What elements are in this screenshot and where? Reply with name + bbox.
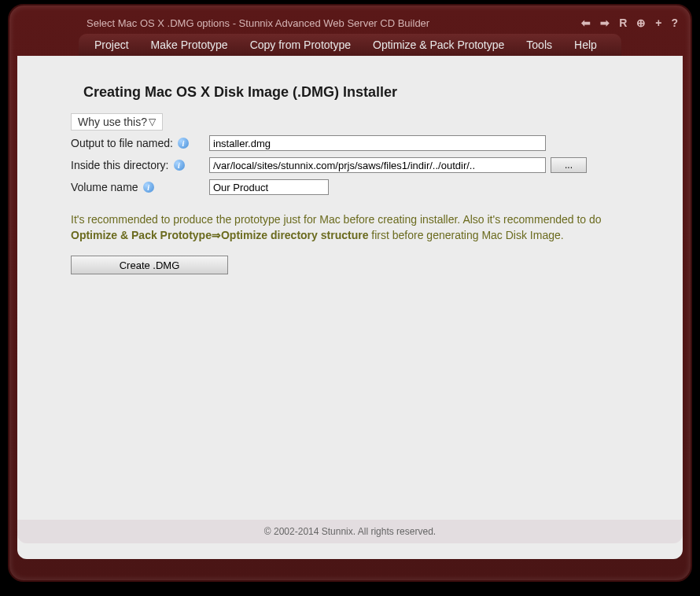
title-bar: Select Mac OS X .DMG options - Stunnix A… — [16, 12, 684, 34]
menu-make-prototype[interactable]: Make Prototype — [151, 39, 228, 51]
create-dmg-button[interactable]: Create .DMG — [71, 256, 228, 274]
window-title: Select Mac OS X .DMG options - Stunnix A… — [87, 17, 581, 29]
chevron-down-icon: ▽ — [149, 116, 156, 127]
rec-text-1: It's recommended to produce the prototyp… — [71, 213, 602, 226]
directory-input[interactable] — [209, 157, 546, 173]
menu-project[interactable]: Project — [94, 39, 129, 51]
arrow-right-icon: ⇒ — [212, 229, 221, 241]
footer-copyright: © 2002-2014 Stunnix. All rights reserved… — [17, 520, 683, 543]
why-use-label: Why use this? — [78, 116, 147, 128]
why-use-toggle[interactable]: Why use this? ▽ — [71, 113, 163, 131]
row-directory: Inside this directory: i ... — [71, 156, 629, 175]
label-output-filename: Output to file named: i — [71, 137, 197, 149]
rec-bold-1: Optimize & Pack Prototype — [71, 229, 212, 241]
window-frame: Select Mac OS X .DMG options - Stunnix A… — [8, 4, 692, 582]
menubar: Project Make Prototype Copy from Prototy… — [79, 34, 621, 56]
page-title: Creating Mac OS X Disk Image (.DMG) Inst… — [83, 84, 629, 101]
forward-icon[interactable]: ➡ — [600, 17, 610, 29]
help-icon[interactable]: ? — [671, 17, 678, 29]
rec-text-2: first before generating Mac Disk Image. — [371, 229, 563, 241]
label-volume-name: Volume name i — [71, 181, 197, 193]
add-circle-icon[interactable]: ⊕ — [636, 17, 646, 29]
reload-icon[interactable]: R — [619, 17, 627, 29]
menu-tools[interactable]: Tools — [526, 39, 552, 51]
menu-help[interactable]: Help — [574, 39, 597, 51]
menu-copy-from-prototype[interactable]: Copy from Prototype — [250, 39, 351, 51]
title-toolbar: ⬅ ➡ R ⊕ + ? — [581, 17, 678, 29]
row-volume-name: Volume name i — [71, 178, 629, 197]
plus-icon[interactable]: + — [655, 17, 661, 29]
volume-name-input[interactable] — [209, 179, 329, 195]
content-area: Creating Mac OS X Disk Image (.DMG) Inst… — [17, 56, 683, 559]
output-filename-input[interactable] — [209, 135, 546, 151]
label-output-text: Output to file named: — [71, 137, 173, 149]
info-icon[interactable]: i — [143, 182, 154, 193]
row-output-filename: Output to file named: i — [71, 134, 629, 153]
label-directory: Inside this directory: i — [71, 159, 197, 171]
rec-bold-2: Optimize directory structure — [221, 229, 369, 241]
info-icon[interactable]: i — [174, 160, 185, 171]
menu-optimize-pack[interactable]: Optimize & Pack Prototype — [373, 39, 504, 51]
info-icon[interactable]: i — [178, 138, 189, 149]
browse-button[interactable]: ... — [551, 157, 587, 173]
recommendation-text: It's recommended to produce the prototyp… — [71, 212, 629, 243]
back-icon[interactable]: ⬅ — [581, 17, 591, 29]
label-directory-text: Inside this directory: — [71, 159, 169, 171]
label-volume-text: Volume name — [71, 181, 138, 193]
